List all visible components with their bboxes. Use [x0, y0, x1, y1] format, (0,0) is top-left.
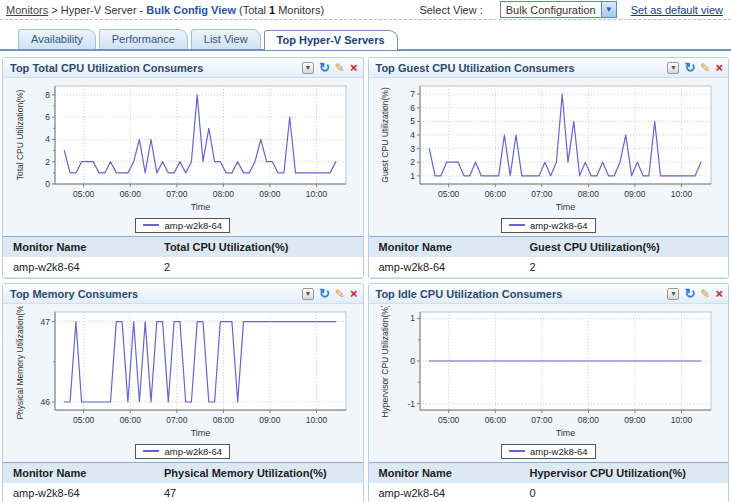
monitor-table: Monitor Name Physical Memory Utilization… — [3, 462, 363, 502]
panel-title: Top Total CPU Utilization Consumers — [10, 62, 203, 74]
refresh-icon[interactable]: ↻ — [319, 287, 330, 300]
svg-text:6: 6 — [45, 112, 50, 122]
svg-text:07:00: 07:00 — [166, 415, 188, 425]
col-metric: Total CPU Utilization(%) — [154, 237, 363, 258]
svg-text:7: 7 — [411, 89, 416, 99]
legend-line-swatch — [143, 224, 159, 226]
monitor-name-cell[interactable]: amp-w2k8-64 — [3, 483, 154, 502]
minimize-icon[interactable]: ▼ — [667, 62, 679, 74]
svg-text:10:00: 10:00 — [671, 415, 693, 425]
breadcrumb-total-count: 1 — [269, 4, 275, 16]
breadcrumb-total-suffix: Monitors) — [278, 4, 324, 16]
svg-text:5: 5 — [411, 116, 416, 126]
svg-text:47: 47 — [40, 317, 50, 327]
svg-text:6: 6 — [411, 103, 416, 113]
legend-series-label: amp-w2k8-64 — [164, 220, 222, 231]
legend-line-swatch — [143, 450, 159, 452]
monitor-table: Monitor Name Total CPU Utilization(%) am… — [3, 236, 363, 278]
line-chart-total-cpu: 0246805:0006:0007:0008:0009:0010:00TimeT… — [13, 80, 353, 216]
svg-text:0: 0 — [45, 179, 50, 189]
svg-text:Total CPU Utilization(%): Total CPU Utilization(%) — [15, 89, 25, 180]
breadcrumb-total-prefix: (Total — [239, 4, 266, 16]
breadcrumb-separator: > — [51, 4, 57, 16]
select-view-dropdown[interactable]: Bulk Configuration ▼ — [500, 1, 617, 18]
close-icon[interactable]: × — [350, 61, 358, 74]
svg-text:07:00: 07:00 — [531, 415, 553, 425]
line-chart-guest-cpu: 123456705:0006:0007:0008:0009:0010:00Tim… — [378, 80, 718, 216]
panel-idle-cpu: Top Idle CPU Utilization Consumers ▼ ↻ ✎… — [368, 283, 730, 502]
metric-value-cell: 2 — [519, 257, 728, 278]
monitor-name-cell[interactable]: amp-w2k8-64 — [369, 257, 520, 278]
monitor-name-cell[interactable]: amp-w2k8-64 — [3, 257, 154, 278]
metric-value-cell: 47 — [154, 483, 363, 502]
svg-text:08:00: 08:00 — [213, 415, 235, 425]
svg-text:07:00: 07:00 — [531, 189, 553, 199]
svg-text:08:00: 08:00 — [213, 189, 235, 199]
edit-pencil-icon[interactable]: ✎ — [700, 288, 710, 300]
svg-text:3: 3 — [411, 144, 416, 154]
minimize-icon[interactable]: ▼ — [302, 288, 314, 300]
svg-text:10:00: 10:00 — [306, 189, 328, 199]
col-monitor-name: Monitor Name — [369, 237, 520, 258]
breadcrumb-view-name: Bulk Config View — [146, 4, 236, 16]
close-icon[interactable]: × — [350, 287, 358, 300]
minimize-icon[interactable]: ▼ — [302, 62, 314, 74]
svg-text:06:00: 06:00 — [485, 415, 507, 425]
breadcrumb-monitors-link[interactable]: Monitors — [6, 4, 48, 16]
panel-memory: Top Memory Consumers ▼ ↻ ✎ × 464705:0006… — [2, 283, 364, 502]
tab-performance[interactable]: Performance — [99, 29, 188, 49]
refresh-icon[interactable]: ↻ — [684, 61, 695, 74]
chart-legend: amp-w2k8-64 — [369, 218, 729, 233]
monitor-table: Monitor Name Guest CPU Utilization(%) am… — [369, 236, 729, 278]
tab-availability[interactable]: Availability — [18, 29, 96, 49]
svg-text:Time: Time — [556, 428, 576, 438]
col-metric: Guest CPU Utilization(%) — [519, 237, 728, 258]
metric-value-cell: 2 — [154, 257, 363, 278]
edit-pencil-icon[interactable]: ✎ — [700, 62, 710, 74]
chart-legend: amp-w2k8-64 — [369, 444, 729, 459]
close-icon[interactable]: × — [715, 61, 723, 74]
panel-header: Top Guest CPU Utilization Consumers ▼ ↻ … — [369, 58, 729, 78]
select-view-label: Select View : — [419, 4, 482, 16]
svg-text:Physical Memory Utilization(%): Physical Memory Utilization(%) — [15, 306, 25, 420]
panel-header: Top Idle CPU Utilization Consumers ▼ ↻ ✎… — [369, 284, 729, 304]
refresh-icon[interactable]: ↻ — [684, 287, 695, 300]
svg-text:10:00: 10:00 — [306, 415, 328, 425]
svg-text:08:00: 08:00 — [578, 189, 600, 199]
svg-text:Hypervisor CPU Utilization(%): Hypervisor CPU Utilization(%) — [380, 306, 390, 418]
panel-guest-cpu: Top Guest CPU Utilization Consumers ▼ ↻ … — [368, 57, 730, 279]
svg-text:Time: Time — [190, 428, 210, 438]
col-monitor-name: Monitor Name — [3, 463, 154, 484]
col-metric: Physical Memory Utilization(%) — [154, 463, 363, 484]
breadcrumb: Monitors > Hyper-V Server - Bulk Config … — [6, 4, 324, 16]
svg-text:Time: Time — [190, 202, 210, 212]
minimize-icon[interactable]: ▼ — [667, 288, 679, 300]
edit-pencil-icon[interactable]: ✎ — [335, 62, 345, 74]
set-default-view-link[interactable]: Set as default view — [631, 4, 723, 16]
svg-text:08:00: 08:00 — [578, 415, 600, 425]
panel-title: Top Idle CPU Utilization Consumers — [376, 288, 563, 300]
col-monitor-name: Monitor Name — [3, 237, 154, 258]
breadcrumb-context: Hyper-V Server - — [61, 4, 144, 16]
edit-pencil-icon[interactable]: ✎ — [335, 288, 345, 300]
svg-text:09:00: 09:00 — [259, 415, 281, 425]
metric-value-cell: 0 — [519, 483, 728, 502]
svg-text:06:00: 06:00 — [119, 415, 141, 425]
panel-title: Top Memory Consumers — [10, 288, 138, 300]
close-icon[interactable]: × — [715, 287, 723, 300]
svg-text:06:00: 06:00 — [119, 189, 141, 199]
tab-list-view[interactable]: List View — [191, 29, 261, 49]
table-row: amp-w2k8-64 47 — [3, 483, 363, 502]
monitor-name-cell[interactable]: amp-w2k8-64 — [369, 483, 520, 502]
svg-text:10:00: 10:00 — [671, 189, 693, 199]
svg-text:4: 4 — [45, 134, 50, 144]
legend-line-swatch — [509, 224, 525, 226]
svg-text:46: 46 — [40, 397, 50, 407]
svg-text:1: 1 — [411, 313, 416, 323]
tab-top-hyperv-servers[interactable]: Top Hyper-V Servers — [264, 30, 398, 50]
svg-text:1: 1 — [411, 171, 416, 181]
svg-text:05:00: 05:00 — [438, 189, 460, 199]
select-view-value: Bulk Configuration — [501, 4, 601, 16]
panel-grid: Top Total CPU Utilization Consumers ▼ ↻ … — [0, 51, 731, 502]
refresh-icon[interactable]: ↻ — [319, 61, 330, 74]
